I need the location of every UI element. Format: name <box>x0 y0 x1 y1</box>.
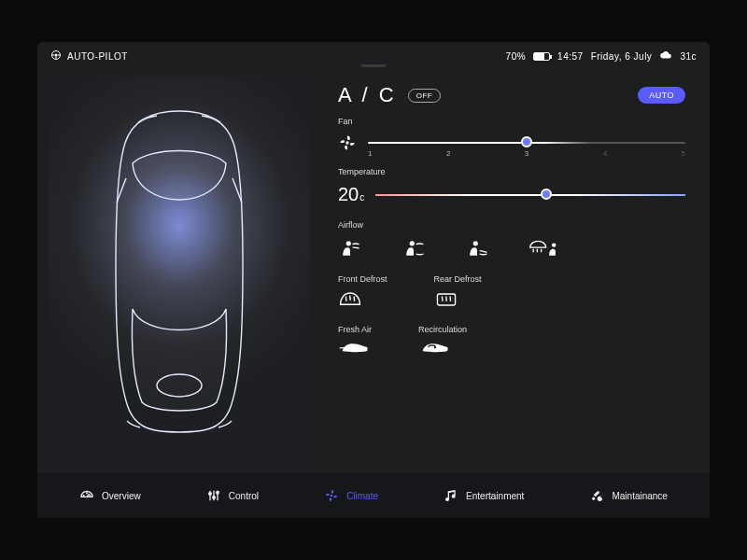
temperature-value: 20c <box>338 184 364 205</box>
fan-icon <box>324 488 339 503</box>
svg-point-10 <box>87 493 88 494</box>
fan-label: Fan <box>338 117 685 126</box>
sliders-icon <box>206 488 221 503</box>
ac-toggle[interactable]: OFF <box>408 89 442 103</box>
nav-entertainment[interactable]: Entertainment <box>444 488 524 503</box>
svg-point-4 <box>346 241 351 245</box>
airflow-face[interactable] <box>338 237 362 259</box>
fresh-air[interactable]: Fresh Air <box>338 325 372 357</box>
svg-point-1 <box>55 54 57 56</box>
battery-icon <box>533 52 550 61</box>
nav-climate[interactable]: Climate <box>324 488 378 503</box>
fan-icon <box>338 133 357 152</box>
fan-section: Fan 1 2 3 4 5 <box>338 117 685 152</box>
svg-point-3 <box>345 141 348 144</box>
drive-mode-label: AUTO-PILOT <box>67 51 128 62</box>
bottom-nav: Overview Control Climate Entertainment M… <box>37 473 710 518</box>
svg-point-15 <box>331 495 333 497</box>
svg-point-9 <box>83 496 84 497</box>
nav-control[interactable]: Control <box>206 488 259 503</box>
outside-temp: 31c <box>680 51 697 62</box>
auto-button[interactable]: AUTO <box>638 87 685 104</box>
nav-overview[interactable]: Overview <box>79 488 141 503</box>
status-bar: AUTO-PILOT 70% 14:57 Friday, 6 July 31c <box>37 42 710 70</box>
svg-point-6 <box>473 241 478 245</box>
temperature-label: Temperature <box>338 167 685 176</box>
rear-defrost[interactable]: Rear Defrost <box>434 274 482 310</box>
defrost-section: Front Defrost Rear Defrost <box>338 274 685 310</box>
airflow-feet[interactable] <box>465 237 489 259</box>
recirculation[interactable]: Recirculation <box>418 325 467 357</box>
airflow-windshield-face[interactable] <box>529 237 560 259</box>
svg-point-14 <box>216 491 218 494</box>
vehicle-topdown <box>49 76 310 468</box>
dashboard-screen: AUTO-PILOT 70% 14:57 Friday, 6 July 31c <box>37 42 710 518</box>
fan-slider[interactable]: 1 2 3 4 5 <box>368 136 685 149</box>
steering-wheel-icon <box>50 49 62 63</box>
battery-pct: 70% <box>506 51 527 62</box>
clock: 14:57 <box>557 51 584 62</box>
svg-point-11 <box>90 496 91 497</box>
svg-point-13 <box>212 497 215 499</box>
temperature-slider[interactable] <box>375 189 685 202</box>
svg-point-7 <box>552 243 556 246</box>
climate-panel: A / C OFF AUTO Fan 1 2 <box>310 70 710 473</box>
tools-icon <box>589 488 604 503</box>
airflow-section: Airflow <box>338 220 685 259</box>
gauge-icon <box>79 488 94 503</box>
car-outline-icon <box>95 104 263 440</box>
front-defrost[interactable]: Front Defrost <box>338 274 388 310</box>
svg-point-5 <box>410 241 415 245</box>
airflow-face-feet[interactable] <box>402 237 426 259</box>
nav-maintenance[interactable]: Maintainance <box>589 488 667 503</box>
weather-icon <box>659 49 672 63</box>
music-icon <box>444 488 458 503</box>
intake-section: Fresh Air Recirculation <box>338 325 685 357</box>
svg-point-12 <box>208 493 211 496</box>
temperature-section: Temperature 20c <box>338 167 685 205</box>
date: Friday, 6 July <box>591 51 653 62</box>
ac-title: A / C <box>338 83 397 107</box>
airflow-label: Airflow <box>338 220 685 230</box>
